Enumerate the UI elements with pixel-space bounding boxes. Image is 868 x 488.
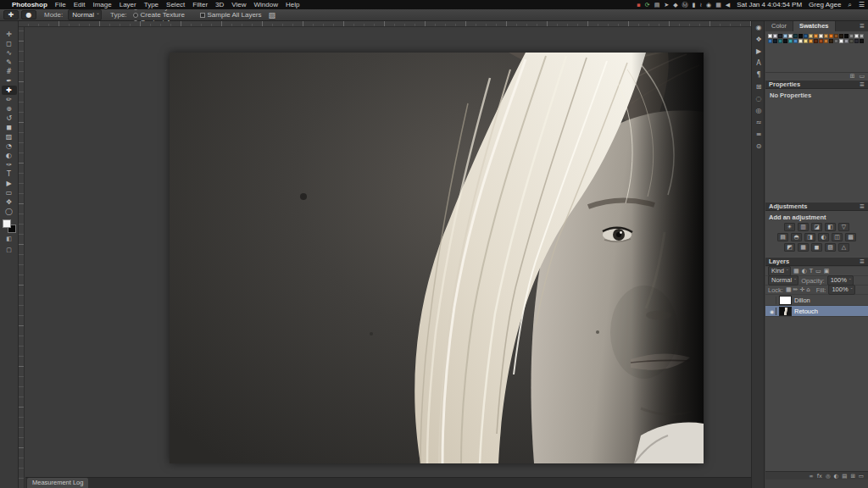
layers-panel-menu-icon[interactable]: ≣ [860,258,865,265]
threshold-icon[interactable]: ◼ [811,243,822,252]
spot-healing-brush-tool[interactable]: ✚ [2,86,17,95]
color-swatch[interactable] [860,39,864,43]
color-swatch[interactable] [860,34,864,38]
horizontal-ruler[interactable] [19,21,751,27]
screen-mode-icon[interactable]: ▢ [2,247,17,255]
color-swatch[interactable] [778,39,782,43]
selective-color-icon[interactable]: △ [838,243,849,252]
pen-tool[interactable]: ✑ [2,160,17,169]
clone-stamp-tool[interactable]: ⊕ [2,104,17,114]
path-selection-tool[interactable]: ▶ [2,179,17,188]
brush-size-picker[interactable]: ● [21,10,36,19]
color-swatch[interactable] [778,34,782,38]
color-swatch[interactable] [844,34,849,38]
info-panel-icon[interactable]: ◉ [752,21,765,33]
layer-thumbnail[interactable] [779,296,792,305]
layer-mask-icon[interactable]: ◎ [826,473,831,480]
color-swatch[interactable] [819,39,823,43]
bluetooth-icon[interactable]: ≀ [699,2,702,8]
swatches-panel-menu-icon[interactable]: ≣ [856,22,868,31]
color-swatch[interactable] [829,34,833,38]
color-swatch[interactable] [793,34,798,38]
blend-mode-dropdown[interactable]: Normal [768,275,798,286]
color-swatch[interactable] [854,39,859,43]
new-swatch-icon[interactable]: ⊞ [850,73,855,80]
tab-color[interactable]: Color [765,21,793,31]
dodge-tool[interactable]: ◐ [2,151,17,160]
notification-center-icon[interactable]: ☰ [859,1,865,8]
layer-visibility-icon[interactable] [768,297,776,304]
color-swatch[interactable] [788,34,793,38]
color-swatch[interactable] [809,34,813,38]
move-tool[interactable]: ✛ [2,30,17,39]
color-swatch[interactable] [839,34,843,38]
quick-mask-icon[interactable]: ◧ [2,236,17,244]
color-swatch[interactable] [798,39,803,43]
color-swatch[interactable] [839,39,843,43]
color-swatch[interactable] [849,39,854,43]
properties-panel-menu-icon[interactable]: ≣ [860,80,865,88]
menu-view[interactable]: View [231,1,246,8]
clone-source-panel-icon[interactable]: ◌ [752,92,765,104]
menu-clock[interactable]: Sat Jan 4 4:04:54 PM [737,1,802,8]
eyedropper-tool[interactable]: ✒ [2,76,17,86]
exposure-icon[interactable]: ◧ [825,223,836,231]
color-swatch[interactable] [804,39,808,43]
menu-image[interactable]: Image [92,1,111,8]
paragraph-panel-icon[interactable]: ¶ [752,69,765,80]
lasso-tool[interactable]: ∿ [2,48,17,58]
color-swatch[interactable] [824,39,828,43]
actions-panel-icon[interactable]: ▶ [752,45,765,57]
layer-thumbnail[interactable] [779,307,792,316]
active-tool-preset-icon[interactable]: ✚ [3,10,19,19]
history-brush-tool[interactable]: ↺ [2,114,17,123]
wifi-icon[interactable]: ◉ [706,2,711,8]
new-group-icon[interactable]: ▤ [842,473,847,480]
filter-pixel-icon[interactable]: ▦ [793,268,799,274]
display-icon[interactable]: ▤ [654,2,660,8]
black-white-icon[interactable]: ◨ [804,233,815,241]
hue-saturation-icon[interactable]: ▤ [777,233,788,241]
layer-comps-panel-icon[interactable]: ⊞ [752,80,765,92]
menu-select[interactable]: Select [166,1,185,8]
keyboard-flag-icon[interactable]: ▦ [715,2,721,8]
tab-swatches[interactable]: Swatches [793,21,836,31]
menu-filter[interactable]: Filter [192,1,208,8]
foreground-color-swatch[interactable] [3,219,11,228]
crop-tool[interactable]: # [2,67,17,76]
photo-filter-icon[interactable]: ◐ [818,233,829,241]
delete-layer-icon[interactable]: ▭ [859,473,864,480]
app-menu-photoshop[interactable]: Photoshop [12,1,47,8]
adjustments-header[interactable]: Adjustments ≣ [765,202,868,211]
layer-visibility-icon[interactable]: ◉ [768,308,776,315]
color-swatch[interactable] [834,39,838,43]
color-swatch[interactable] [834,34,838,38]
fill-dropdown[interactable]: 100% [828,285,854,295]
sample-all-layers-checkbox[interactable] [200,13,205,18]
spotlight-search-icon[interactable]: ⌕ [848,1,851,9]
new-layer-icon[interactable]: ⊞ [850,473,854,480]
document-canvas[interactable] [170,53,704,463]
character-panel-icon[interactable]: A [752,57,765,69]
color-swatch[interactable] [844,39,849,43]
lock-position-icon[interactable]: ✛ [799,286,804,293]
new-adjustment-layer-icon[interactable]: ◐ [834,473,839,480]
menu-file[interactable]: File [55,1,66,8]
foreground-background-colors[interactable] [3,219,16,233]
vertical-ruler[interactable] [19,27,25,488]
color-swatch[interactable] [788,39,793,43]
color-swatch[interactable] [798,34,803,38]
filter-type-icon[interactable]: T [810,268,813,274]
lock-transparency-icon[interactable]: ▦ [786,286,792,293]
filter-smart-object-icon[interactable]: ▣ [824,268,830,274]
eraser-tool[interactable]: ◼ [2,123,17,132]
gradient-map-icon[interactable]: ▨ [825,243,836,252]
clipboard-icon[interactable]: ◆ [673,2,677,8]
navigator-panel-icon[interactable]: ⊙ [752,140,765,152]
levels-icon[interactable]: ▥ [798,223,809,231]
paths-panel-icon[interactable]: ≈ [752,116,765,128]
canvas-workspace[interactable]: Measurement Log [25,27,751,488]
battery-icon[interactable]: ▮ [693,2,696,8]
hand-tool[interactable]: ✥ [2,197,17,207]
adjustments-panel-menu-icon[interactable]: ≣ [860,202,865,210]
